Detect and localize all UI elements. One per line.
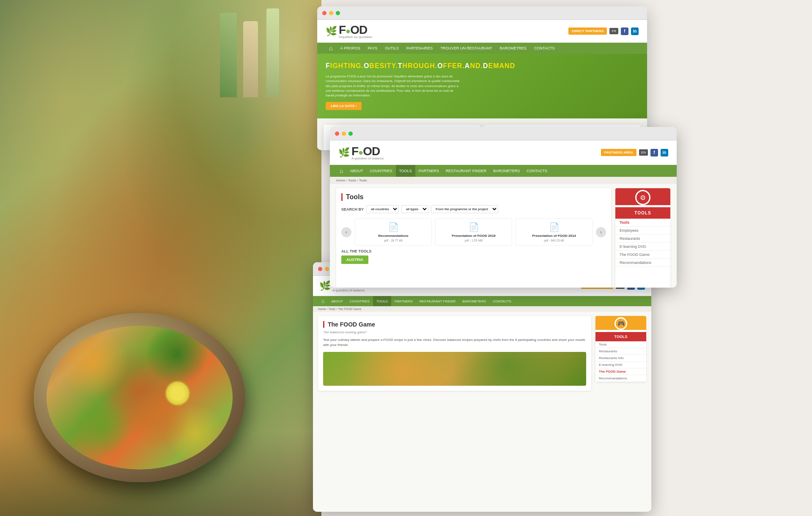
nav-countries[interactable]: COUNTRIES <box>366 165 395 177</box>
nav-apropos[interactable]: À PROPOS <box>337 43 363 54</box>
close-btn-3[interactable] <box>318 267 322 271</box>
prev-arrow[interactable]: ‹ <box>341 227 351 237</box>
logo-subtitle-2: A question of balance <box>351 156 384 160</box>
linkedin-icon-1[interactable]: in <box>631 27 639 35</box>
game-sidebar-item-restaurants-info[interactable]: Restaurants Info <box>595 355 646 362</box>
linkedin-icon-2[interactable]: in <box>661 149 668 156</box>
tools-main: Tools SEARCH BY all countries all types … <box>336 188 611 288</box>
doc-presentation-2014[interactable]: 📄 Presentation of FOOD 2014 pdf - 640.23… <box>516 218 593 246</box>
browser-chrome-1 <box>317 6 647 20</box>
nav-tools[interactable]: TOOLS <box>396 165 415 177</box>
partners-btn-2[interactable]: PARTNERS AREA <box>601 149 636 156</box>
tools-sidebar: ⚙ TOOLS Tools Employees Restaurants E-le… <box>615 188 670 288</box>
nav-outils[interactable]: OUTILS <box>381 43 402 54</box>
all-tools-label: ALL THE TOOLS <box>341 249 606 253</box>
site-logo-2: 🌿 F●OD A question of balance <box>338 145 384 160</box>
source-select[interactable]: From the programme or the project <box>431 205 498 213</box>
doc-title-1: Recommandations <box>359 234 428 238</box>
sidebar-item-recommandations[interactable]: Recommandations <box>615 259 670 267</box>
food-photo <box>0 0 321 516</box>
hero-cta-1[interactable]: LIRE LA SUITE › <box>326 102 362 110</box>
game-sidebar-item-tools[interactable]: Tools <box>595 341 646 348</box>
close-btn-1[interactable] <box>322 11 326 15</box>
logo-text-2: F●OD <box>351 145 380 158</box>
doc-presentation-2019[interactable]: 📄 Presentation of FOOD 2019 pdf - 1.55 M… <box>435 218 512 246</box>
nav-home-1[interactable]: ⌂ <box>326 45 336 52</box>
sidebar-item-elearning[interactable]: E-learning DVD <box>615 243 670 251</box>
header-right-1: DIRECT PARTNERS FR f in <box>568 27 639 35</box>
next-arrow[interactable]: › <box>596 227 606 237</box>
lang-btn-2[interactable]: EN <box>639 149 648 156</box>
nav-restaurant-finder[interactable]: RESTAURANT FINDER <box>442 165 490 177</box>
browser-window-3: 🌿 F●OD A question of balance PARTNERS AR… <box>313 262 651 512</box>
sidebar-item-tools[interactable]: Tools <box>615 219 670 227</box>
search-row: SEARCH BY all countries all types From t… <box>341 205 606 213</box>
lang-btn-1[interactable]: FR <box>609 28 618 34</box>
nav-home-3[interactable]: ⌂ <box>318 298 328 304</box>
sidebar-item-employees[interactable]: Employees <box>615 227 670 235</box>
game-sidebar-item-restaurants[interactable]: Restaurants <box>595 348 646 355</box>
nav-contacts-3[interactable]: CONTACTS <box>489 296 514 306</box>
facebook-icon-1[interactable]: f <box>621 27 628 35</box>
nav-partners-3[interactable]: PARTNERS <box>391 296 416 306</box>
game-sidebar-item-recommandations[interactable]: Recommandations <box>595 375 646 382</box>
site-header-2: 🌿 F●OD A question of balance PARTNERS AR… <box>330 140 677 165</box>
hero-description-1: Le programme FOOD a pour but de promouvo… <box>326 74 461 98</box>
logo-leaf-icon: 🌿 <box>326 26 337 37</box>
nav-restaurant-3[interactable]: RESTAURANT FINDER <box>416 296 459 306</box>
nav-tools-3[interactable]: TOOLS <box>373 296 391 306</box>
nav-contacts[interactable]: CONTACTS <box>531 43 558 54</box>
nav-contacts-2[interactable]: CONTACTS <box>523 165 551 177</box>
logo-leaf-icon-2: 🌿 <box>338 147 350 158</box>
partners-btn-1[interactable]: DIRECT PARTNERS <box>568 27 607 35</box>
minimize-btn-1[interactable] <box>329 11 333 15</box>
docs-row: ‹ 📄 Recommandations pdf - 28.77 kB 📄 Pre… <box>341 218 606 246</box>
facebook-icon-2[interactable]: f <box>650 149 658 156</box>
site-nav-2: ⌂ ABOUT COUNTRIES TOOLS PARTNERS RESTAUR… <box>330 165 677 177</box>
close-btn-2[interactable] <box>335 132 339 136</box>
site-nav-1: ⌂ À PROPOS PAYS OUTILS PARTENAIRES TROUV… <box>317 43 647 54</box>
site-header-1: 🌿 F●OD l'équilibre au quotidien DIRECT P… <box>317 20 647 43</box>
browser-chrome-2 <box>330 127 677 140</box>
tools-section: Tools SEARCH BY all countries all types … <box>330 184 677 288</box>
site-hero-1: FIGHTING.OBESITY.THROUGH.OFFER.AND.DEMAN… <box>317 54 647 118</box>
doc-title-2: Presentation of FOOD 2019 <box>439 234 508 238</box>
nav-pays[interactable]: PAYS <box>364 43 381 54</box>
nav-about-3[interactable]: ABOUT <box>328 296 346 306</box>
minimize-btn-2[interactable] <box>342 132 346 136</box>
types-select[interactable]: all types <box>401 205 428 213</box>
nav-barometers-3[interactable]: BAROMETERS <box>459 296 489 306</box>
nav-barometers[interactable]: BAROMETERS <box>490 165 523 177</box>
nav-partenaires[interactable]: PARTENAIRES <box>403 43 436 54</box>
game-sidebar-header: TOOLS <box>595 332 646 341</box>
game-sidebar: 🎮 TOOLS Tools Restaurants Restaurants In… <box>595 316 646 391</box>
maximize-btn-1[interactable] <box>336 11 340 15</box>
austria-badge[interactable]: AUSTRIA <box>341 255 368 264</box>
game-subtitle: "the balanced cooking game" <box>323 330 586 334</box>
sidebar-item-food-game[interactable]: The FOOD Game <box>615 251 670 259</box>
tools-page-title: Tools <box>341 193 606 201</box>
breadcrumb-2: Home › Tools › Tools <box>330 177 677 184</box>
food-site-tools: 🌿 F●OD A question of balance PARTNERS AR… <box>330 140 677 288</box>
breadcrumb-3: Home › Tools › The FOOD Game <box>313 306 651 312</box>
sidebar-item-restaurants[interactable]: Restaurants <box>615 235 670 243</box>
doc-size-2: pdf - 1.55 MB <box>439 239 508 242</box>
nav-home-2[interactable]: ⌂ <box>336 167 346 174</box>
doc-title-3: Presentation of FOOD 2014 <box>519 234 589 238</box>
nav-countries-3[interactable]: COUNTRIES <box>346 296 373 306</box>
game-sidebar-item-food-game[interactable]: The FOOD Game <box>595 368 646 375</box>
game-sidebar-item-elearning[interactable]: E-learning DVD <box>595 362 646 368</box>
nav-about[interactable]: ABOUT <box>346 165 366 177</box>
nav-barometre[interactable]: BAROMÈTRES <box>497 43 530 54</box>
logo-subtitle-1: l'équilibre au quotidien <box>339 35 372 39</box>
doc-size-3: pdf - 640.23 kB <box>519 239 589 242</box>
countries-select[interactable]: all countries <box>366 205 399 213</box>
doc-size-1: pdf - 28.77 kB <box>359 239 428 242</box>
nav-partners[interactable]: PARTNERS <box>415 165 442 177</box>
game-main: The FOOD Game "the balanced cooking game… <box>318 316 591 391</box>
minimize-btn-3[interactable] <box>325 267 329 271</box>
nav-trouver[interactable]: TROUVER UN RESTAURANT <box>437 43 495 54</box>
maximize-btn-2[interactable] <box>348 132 353 136</box>
game-sidebar-top: 🎮 TOOLS Tools Restaurants Restaurants In… <box>595 316 646 382</box>
doc-recommandations[interactable]: 📄 Recommandations pdf - 28.77 kB <box>355 218 432 246</box>
